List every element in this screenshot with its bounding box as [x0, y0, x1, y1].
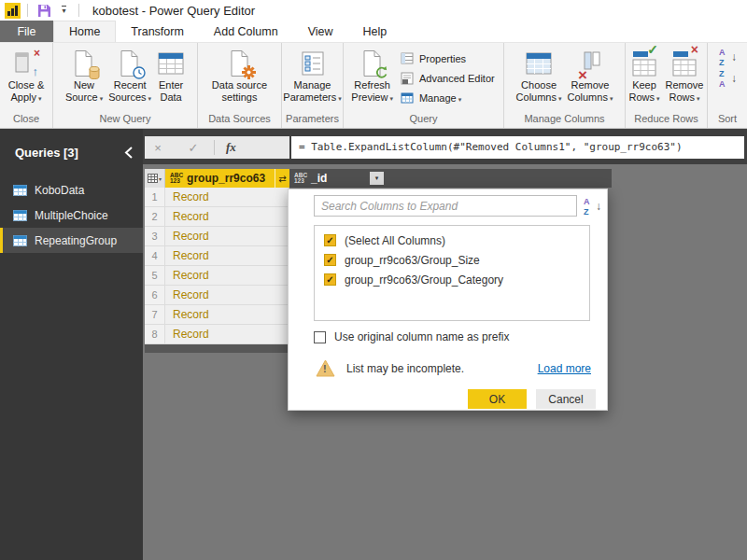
data-source-settings-button[interactable]: Data source settings [209, 46, 270, 105]
remove-columns-icon: × [576, 48, 604, 79]
record-cell[interactable]: Record [165, 227, 289, 246]
tab-transform[interactable]: Transform [116, 21, 199, 42]
group-label-data-sources: Data Sources [198, 112, 281, 128]
row-number: 2 [145, 207, 165, 227]
chevron-left-icon [124, 147, 133, 159]
column-header-group-rr9co63[interactable]: ABC123 group_rr9co63 ⇄ [165, 169, 289, 188]
table-row: 4Record [145, 246, 289, 266]
chevron-down-icon: ▾ [159, 175, 162, 182]
divider [27, 4, 28, 17]
save-button[interactable] [35, 1, 53, 20]
dropdown-caret-icon: ▾ [558, 95, 562, 102]
record-cell[interactable]: Record [165, 305, 289, 325]
divider [78, 4, 79, 17]
record-cell[interactable]: Record [165, 325, 289, 344]
use-prefix-option[interactable]: Use original column name as prefix [314, 330, 509, 343]
keep-rows-button[interactable]: ✓ Keep Rows▾ [627, 46, 663, 106]
group-label-query: Query [344, 112, 503, 128]
refresh-preview-button[interactable]: Refresh Preview▾ [348, 46, 396, 106]
window-title: kobotest - Power Query Editor [92, 4, 255, 18]
tab-view[interactable]: View [293, 21, 348, 42]
ribbon-group-data-sources: Data source settings Data Sources [198, 43, 282, 128]
cancel-button[interactable]: Cancel [536, 389, 596, 409]
dropdown-caret-icon: ▾ [338, 95, 342, 102]
recent-sources-button[interactable]: Recent Sources▾ [106, 46, 154, 106]
quick-access-toolbar-dropdown[interactable]: ▾ [53, 1, 72, 20]
search-columns-input[interactable] [314, 195, 577, 217]
popup-sort-button[interactable]: A Z ↓ [582, 196, 602, 217]
group-label-reduce-rows: Reduce Rows [626, 112, 707, 128]
ok-button[interactable]: OK [468, 389, 527, 409]
record-cell[interactable]: Record [165, 286, 289, 305]
column-option-group-category[interactable]: ✓ group_rr9co63/Group_Category [315, 270, 589, 289]
commit-formula-button[interactable]: ✓ [180, 141, 206, 155]
power-bi-logo-icon [5, 3, 21, 19]
formula-input[interactable]: = Table.ExpandListColumn(#"Removed Colum… [291, 136, 744, 159]
queries-panel-title: Queries [3] [15, 146, 78, 160]
cancel-formula-button[interactable]: × [145, 141, 171, 155]
tab-file[interactable]: File [0, 21, 53, 42]
remove-columns-button[interactable]: × Remove Columns▾ [565, 46, 616, 106]
fx-icon[interactable]: fx [218, 140, 244, 155]
manage-parameters-button[interactable]: Manage Parameters▾ [280, 46, 344, 106]
remove-rows-button[interactable]: × Remove Rows▾ [663, 46, 707, 106]
dropdown-caret-icon: ▾ [656, 95, 660, 102]
divider [214, 140, 215, 155]
manage-button[interactable]: Manage▾ [396, 88, 499, 107]
expand-column-button[interactable]: ⇄ [275, 169, 289, 188]
table-row: 7Record [145, 305, 289, 325]
checkbox-unchecked-icon[interactable] [314, 331, 326, 343]
group-label-manage-columns: Manage Columns [504, 112, 625, 128]
load-more-link[interactable]: Load more [538, 362, 591, 375]
record-cell[interactable]: Record [165, 246, 289, 266]
advanced-editor-button[interactable]: Advanced Editor [396, 68, 499, 88]
group-label-close: Close [0, 112, 52, 128]
column-header-id[interactable]: ABC123 _id ▾ [289, 169, 612, 188]
data-source-settings-icon [226, 48, 254, 79]
choose-columns-button[interactable]: Choose Columns▾ [514, 46, 565, 106]
table-row: 6Record [145, 286, 289, 305]
expand-column-popup: A Z ↓ ✓ (Select All Columns) ✓ group_rr9… [288, 189, 608, 411]
keep-rows-icon: ✓ [630, 48, 658, 79]
close-apply-button[interactable]: × ↑ Close & Apply▾ [6, 46, 48, 106]
ribbon-group-reduce-rows: ✓ Keep Rows▾ × Remove Rows▾ Reduce Rows [626, 43, 708, 128]
query-item-repeatinggroup[interactable]: RepeatingGroup [0, 228, 143, 253]
query-item-kobodata[interactable]: KoboData [0, 177, 143, 203]
choose-columns-icon [525, 48, 553, 79]
tab-help[interactable]: Help [348, 21, 402, 42]
manage-parameters-icon [299, 48, 327, 79]
row-number: 3 [145, 227, 165, 246]
checkbox-checked-icon[interactable]: ✓ [324, 234, 336, 246]
record-cell[interactable]: Record [165, 207, 289, 227]
enter-data-button[interactable]: Enter Data [154, 46, 188, 105]
dropdown-caret-icon: ▾ [458, 96, 462, 103]
column-option-select-all[interactable]: ✓ (Select All Columns) [315, 231, 589, 250]
checkbox-checked-icon[interactable]: ✓ [324, 254, 336, 266]
save-icon [37, 4, 51, 18]
sort-ascending-button[interactable]: A Z ↓ [715, 47, 740, 68]
dropdown-caret-icon: ▾ [100, 95, 104, 102]
query-item-multiplechoice[interactable]: MultipleChoice [0, 203, 143, 228]
dropdown-caret-icon: ▾ [148, 95, 152, 102]
tab-add-column[interactable]: Add Column [199, 21, 293, 42]
ribbon-group-close: × ↑ Close & Apply▾ Close [0, 43, 53, 128]
collapse-panel-button[interactable] [124, 146, 135, 159]
properties-button[interactable]: Properties [396, 49, 499, 68]
record-cell[interactable]: Record [165, 266, 289, 286]
sort-descending-button[interactable]: Z A ↓ [715, 68, 740, 90]
formula-bar: × ✓ fx = Table.ExpandListColumn(#"Remove… [143, 129, 747, 164]
tab-home[interactable]: Home [53, 21, 116, 42]
filter-dropdown-button[interactable]: ▾ [370, 172, 384, 185]
new-source-button[interactable]: New Source▾ [63, 46, 106, 106]
record-cell[interactable]: Record [165, 188, 289, 207]
select-all-button[interactable]: ▾ [145, 169, 165, 188]
column-option-group-size[interactable]: ✓ group_rr9co63/Group_Size [315, 250, 589, 270]
group-label-parameters: Parameters [282, 112, 343, 128]
row-number: 5 [145, 266, 165, 286]
row-number: 7 [145, 305, 165, 325]
table-row: 3Record [145, 227, 289, 246]
dropdown-caret-icon: ▾ [697, 95, 700, 102]
horizontal-scrollbar[interactable] [145, 344, 289, 353]
checkbox-checked-icon[interactable]: ✓ [324, 273, 336, 286]
dropdown-caret-icon: ▾ [610, 95, 613, 102]
